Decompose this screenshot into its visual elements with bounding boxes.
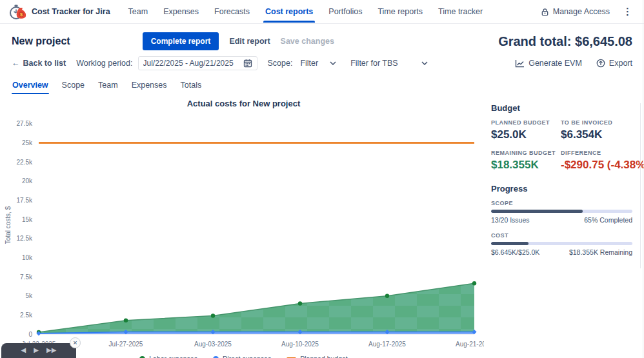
nav-item-time-reports[interactable]: Time reports [377, 1, 423, 23]
scope-label: Scope: [268, 59, 293, 68]
scope-progress-right: 65% Completed [584, 216, 632, 224]
export-icon [596, 59, 605, 68]
window-edge-divider [643, 0, 643, 358]
svg-text:Aug-21-2025: Aug-21-2025 [456, 341, 484, 348]
main-navigation: Team Expenses Forecasts Cost reports Por… [128, 1, 483, 23]
svg-text:5k: 5k [25, 292, 33, 299]
svg-text:15k: 15k [22, 216, 33, 223]
scope-filter-value: Filter [300, 59, 318, 68]
play-icon[interactable]: ▶ [34, 347, 39, 353]
svg-text:Aug-17-2025: Aug-17-2025 [368, 341, 406, 348]
cost-progress-label: COST [491, 232, 632, 239]
nav-item-forecasts[interactable]: Forecasts [214, 1, 250, 23]
legend-direct-label: Direct expenses [223, 355, 271, 358]
report-controls: ← Back to list Worklog period: Scope: Fi… [0, 56, 644, 77]
legend-planned-budget[interactable]: Planned budget [287, 355, 348, 358]
page-title: New project [12, 35, 70, 47]
svg-text:20k: 20k [22, 177, 33, 184]
tab-totals[interactable]: Totals [180, 78, 203, 94]
tbs-filter-dropdown[interactable]: Filter for TBS [348, 57, 430, 70]
nav-item-team[interactable]: Team [128, 1, 148, 23]
tab-scope[interactable]: Scope [61, 78, 85, 94]
chevron-down-icon [330, 61, 336, 65]
nav-item-portfolios[interactable]: Portfolios [328, 1, 362, 23]
rewind-icon[interactable]: ◀ [21, 347, 26, 353]
svg-text:22.5k: 22.5k [17, 159, 33, 166]
export-label: Export [609, 59, 632, 68]
svg-text:0: 0 [28, 331, 32, 338]
forward-icon[interactable]: ▶▶ [46, 347, 56, 353]
save-changes-button: Save changes [281, 37, 334, 46]
close-icon[interactable]: × [70, 337, 81, 348]
svg-text:7.5k: 7.5k [20, 273, 33, 281]
evm-chart-icon [515, 59, 525, 68]
labor-expenses-swatch [139, 356, 145, 358]
summary-panel: Budget PLANNED BUDGET $25.0K TO BE INVOI… [487, 94, 644, 268]
top-navigation-bar: $ Cost Tracker for Jira Team Expenses Fo… [0, 0, 644, 24]
budget-header: Budget [491, 103, 632, 113]
svg-text:25k: 25k [22, 139, 33, 146]
svg-text:12.5k: 12.5k [17, 235, 33, 242]
to-be-invoiced-label: TO BE INVOICED [561, 119, 644, 126]
cost-progress-left: $6.645K/$25.0K [491, 248, 539, 256]
remaining-budget-value: $18.355K [491, 159, 556, 172]
nav-item-time-tracker[interactable]: Time tracker [438, 1, 483, 23]
lock-icon [541, 8, 549, 16]
difference-label: DIFFERENCE [561, 150, 644, 156]
tab-expenses[interactable]: Expenses [131, 78, 168, 94]
svg-text:Aug-10-2025: Aug-10-2025 [281, 341, 319, 348]
scope-progress-left: 13/20 Issues [491, 216, 530, 224]
legend-budget-label: Planned budget [300, 355, 348, 358]
worklog-period-label: Worklog period: [76, 59, 132, 68]
edit-report-button[interactable]: Edit report [229, 37, 270, 46]
back-to-list-link[interactable]: ← Back to list [12, 59, 66, 68]
svg-text:Aug-03-2025: Aug-03-2025 [194, 341, 232, 348]
chevron-down-icon [421, 61, 428, 65]
app-name: Cost Tracker for Jira [32, 7, 110, 16]
tab-team[interactable]: Team [97, 78, 119, 94]
svg-text:Jul-27-2025: Jul-27-2025 [109, 341, 143, 348]
grand-total: Grand total: $6,645.08 [498, 34, 632, 49]
planned-budget-label: PLANNED BUDGET [491, 119, 556, 126]
manage-access-label: Manage Access [553, 7, 610, 16]
back-to-list-label: Back to list [23, 59, 66, 68]
generate-evm-label: Generate EVM [528, 59, 582, 68]
svg-text:Total costs, $: Total costs, $ [5, 206, 12, 244]
cost-progress-right: $18.355K Remaining [569, 248, 632, 256]
scope-progress-bar [491, 210, 632, 213]
video-preview-overlay[interactable]: ◀ ▶ ▶▶ × [1, 343, 76, 358]
cost-progress-fill [491, 242, 528, 245]
calendar-icon[interactable] [243, 59, 252, 68]
chart-title: Actual costs for New project [0, 99, 487, 108]
scope-progress-fill [491, 210, 583, 213]
difference-value: -$290.75 (-4.38%) [561, 159, 644, 172]
legend-labor-expenses[interactable]: Labor expenses [139, 355, 197, 358]
legend-labor-label: Labor expenses [149, 355, 197, 358]
chart-section: Actual costs for New project 02.5k5k7.5k… [0, 94, 487, 358]
complete-report-button[interactable]: Complete report [143, 32, 219, 50]
scope-progress-label: SCOPE [491, 200, 632, 206]
export-button[interactable]: Export [596, 59, 632, 68]
cost-chart: 02.5k5k7.5k10k12.5k15k17.5k20k22.5k25k27… [0, 108, 484, 355]
worklog-period-input[interactable] [143, 59, 239, 68]
direct-expenses-swatch [213, 356, 219, 358]
svg-text:27.5k: 27.5k [17, 120, 33, 127]
svg-text:17.5k: 17.5k [17, 197, 33, 204]
legend-direct-expenses[interactable]: Direct expenses [213, 355, 271, 358]
svg-text:10k: 10k [22, 254, 33, 261]
nav-item-cost-reports[interactable]: Cost reports [265, 1, 313, 23]
nav-item-expenses[interactable]: Expenses [163, 1, 199, 23]
worklog-period-input-box[interactable] [138, 56, 257, 70]
cost-progress-bar [491, 242, 632, 245]
scope-filter-dropdown[interactable]: Filter [297, 57, 339, 70]
svg-text:2.5k: 2.5k [20, 312, 33, 319]
generate-evm-button[interactable]: Generate EVM [515, 59, 582, 68]
tab-overview[interactable]: Overview [12, 78, 49, 94]
back-arrow-icon: ← [12, 59, 20, 68]
planned-budget-value: $25.0K [491, 128, 556, 141]
kebab-menu-icon[interactable]: ⋮ [620, 6, 635, 17]
manage-access-button[interactable]: Manage Access [541, 7, 610, 16]
remaining-budget-label: REMAINING BUDGET [491, 150, 556, 156]
app-logo-icon: $ [9, 3, 26, 21]
progress-header: Progress [491, 184, 632, 194]
